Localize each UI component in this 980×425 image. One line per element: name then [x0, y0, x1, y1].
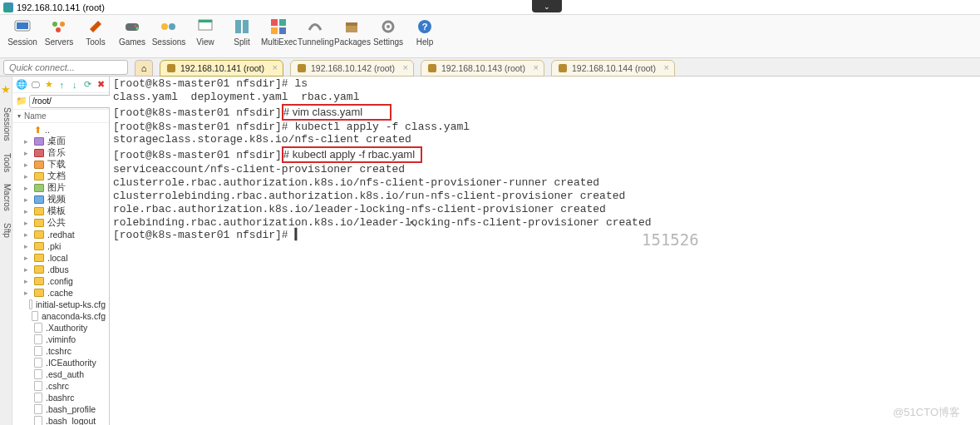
item-label: 音乐	[47, 147, 66, 159]
session-icon	[12, 17, 32, 37]
svg-rect-16	[271, 27, 278, 34]
split-icon	[232, 17, 252, 37]
item-label: .pki	[47, 241, 61, 251]
globe-icon[interactable]: 🌐	[16, 79, 27, 91]
item-label: ..	[45, 125, 50, 135]
file-icon	[34, 416, 42, 425]
svg-text:?: ?	[422, 22, 428, 32]
folder-icon	[34, 219, 44, 227]
folder-item[interactable]: ▸.cache	[12, 287, 109, 299]
terminal-output[interactable]: [root@k8s-master01 nfsdir]# ls class.yam…	[110, 77, 980, 425]
parent-dir[interactable]: ⬆..	[12, 124, 109, 136]
file-item[interactable]: .ICEauthority	[12, 357, 109, 368]
folder-item[interactable]: ▸.local	[12, 252, 109, 264]
up-icon: ⬆	[34, 125, 42, 135]
folder-up-icon[interactable]: 📁	[16, 96, 27, 106]
item-label: .ICEauthority	[46, 358, 96, 368]
item-label: .redhat	[47, 230, 75, 240]
svg-point-3	[60, 22, 65, 27]
folder-item[interactable]: ▸文档	[12, 170, 109, 182]
file-item[interactable]: anaconda-ks.cfg	[12, 310, 109, 322]
file-item[interactable]: .bash_logout	[12, 415, 109, 425]
item-label: 模板	[47, 205, 66, 217]
sidebar-controls: 🌐 🖵 ★ ↑ ↓ ⟳ ✖	[12, 77, 109, 93]
rail-tab-tools[interactable]: Tools	[0, 151, 12, 174]
file-item[interactable]: .viminfo	[12, 334, 109, 345]
rail-tab-sftp[interactable]: Sftp	[0, 221, 12, 240]
folder-item[interactable]: ▸桌面	[12, 136, 109, 147]
tunneling-button[interactable]: Tunneling	[298, 17, 332, 57]
item-label: anaconda-ks.cfg	[42, 311, 106, 321]
session-tab[interactable]: 192.168.10.142 (root)	[290, 60, 414, 77]
quick-connect-input[interactable]	[3, 60, 128, 75]
column-header-name[interactable]: ▾Name	[12, 110, 109, 123]
item-label: .local	[47, 253, 68, 263]
folder-item[interactable]: ▸下载	[12, 159, 109, 170]
rail-tab-sessions[interactable]: Sessions	[0, 106, 12, 143]
svg-point-2	[52, 22, 57, 27]
session-tab[interactable]: 192.168.10.141 (root)	[160, 60, 283, 77]
folder-icon	[34, 265, 44, 274]
item-label: 下载	[47, 159, 66, 170]
file-item[interactable]: .cshrc	[12, 380, 109, 392]
file-item[interactable]: .esd_auth	[12, 368, 109, 380]
tools-button[interactable]: Tools	[78, 17, 113, 57]
home-tab[interactable]: ⌂	[135, 60, 153, 77]
star-icon[interactable]: ★	[0, 82, 12, 97]
packages-icon	[342, 17, 362, 37]
file-item[interactable]: .tcshrc	[12, 345, 109, 357]
file-item[interactable]: .Xauthority	[12, 322, 109, 334]
help-button[interactable]: ?Help	[407, 17, 442, 57]
folder-item[interactable]: ▸.config	[12, 275, 109, 287]
file-icon	[34, 358, 42, 368]
item-label: .bash_profile	[46, 404, 96, 414]
packages-button[interactable]: Packages	[334, 17, 369, 57]
folder-item[interactable]: ▸图片	[12, 182, 109, 194]
folder-item[interactable]: ▸.redhat	[12, 229, 109, 240]
session-tab[interactable]: 192.168.10.143 (root)	[421, 60, 544, 77]
close-icon[interactable]: ✖	[96, 79, 106, 91]
refresh-icon[interactable]: ⟳	[83, 79, 93, 91]
file-item[interactable]: .bash_profile	[12, 403, 109, 415]
up-arrow-icon[interactable]: ↑	[57, 79, 66, 91]
star-icon[interactable]: ★	[44, 79, 54, 91]
file-tree[interactable]: ⬆..▸桌面▸音乐▸下载▸文档▸图片▸视频▸模板▸公共▸.redhat▸.pki…	[12, 123, 109, 425]
view-button[interactable]: View	[188, 17, 223, 57]
servers-icon	[49, 17, 69, 37]
folder-item[interactable]: ▸音乐	[12, 147, 109, 159]
svg-point-7	[136, 27, 139, 30]
item-label: .config	[47, 276, 73, 286]
folder-item[interactable]: ▸视频	[12, 194, 109, 205]
rail-tab-macros[interactable]: Macros	[0, 182, 12, 213]
servers-button[interactable]: Servers	[42, 17, 76, 57]
sessions-button[interactable]: Sessions	[151, 17, 186, 57]
monitor-icon[interactable]: 🖵	[31, 79, 41, 91]
folder-item[interactable]: ▸公共	[12, 217, 109, 229]
file-icon	[34, 381, 42, 391]
folder-item[interactable]: ▸模板	[12, 205, 109, 217]
session-tab[interactable]: 192.168.10.144 (root)	[551, 60, 675, 77]
window-title-bar: 192.168.10.141 (root)	[0, 0, 980, 15]
svg-point-6	[135, 25, 137, 27]
settings-button[interactable]: Settings	[371, 17, 406, 57]
quick-connect-row: ⌂ 192.168.10.141 (root)192.168.10.142 (r…	[0, 58, 980, 77]
folder-item[interactable]: ▸.dbus	[12, 264, 109, 275]
side-rail: ★ SessionsToolsMacrosSftp	[0, 77, 12, 425]
folder-icon	[34, 161, 44, 169]
session-icon	[298, 64, 306, 72]
file-item[interactable]: .bashrc	[12, 392, 109, 403]
item-label: 文档	[47, 170, 66, 182]
games-button[interactable]: Games	[115, 17, 150, 57]
file-item[interactable]: initial-setup-ks.cfg	[12, 299, 109, 310]
app-icon	[3, 2, 13, 12]
collapse-toolbar-chevron[interactable]: ⌄	[532, 0, 562, 12]
multiexec-button[interactable]: MultiExec	[261, 17, 296, 57]
item-label: .tcshrc	[46, 346, 71, 356]
down-arrow-icon[interactable]: ↓	[70, 79, 80, 91]
file-icon	[29, 299, 32, 309]
session-button[interactable]: Session	[5, 17, 40, 57]
folder-icon	[34, 137, 44, 146]
folder-item[interactable]: ▸.pki	[12, 240, 109, 252]
split-button[interactable]: Split	[224, 17, 259, 57]
item-label: 桌面	[47, 136, 66, 147]
